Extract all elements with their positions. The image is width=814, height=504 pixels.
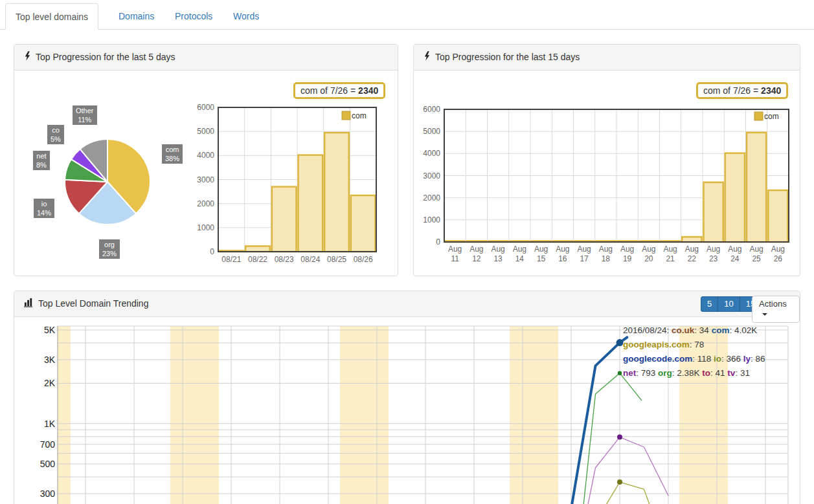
svg-text:11: 11 xyxy=(451,254,459,263)
svg-text:14: 14 xyxy=(515,254,525,263)
bar[interactable] xyxy=(324,133,349,252)
bar[interactable] xyxy=(768,190,787,242)
svg-text:Aug: Aug xyxy=(577,245,591,254)
trend-tooltip-line: googlecode.com: 118 io: 366 ly: 86 xyxy=(623,352,765,366)
trending-title: Top Level Domain Trending xyxy=(38,298,148,309)
trend-tooltip-line: 2016/08/24: co.uk: 34 com: 4.02K xyxy=(623,323,765,338)
svg-text:13: 13 xyxy=(493,254,503,263)
svg-text:Aug: Aug xyxy=(620,245,634,254)
bar[interactable] xyxy=(725,153,745,242)
bar[interactable] xyxy=(299,155,323,252)
svg-text:6000: 6000 xyxy=(423,105,440,114)
svg-text:Aug: Aug xyxy=(685,245,699,254)
svg-text:25: 25 xyxy=(752,254,761,263)
panel-15-header: Top Progression for the last 15 days xyxy=(414,45,800,71)
svg-text:21: 21 xyxy=(666,254,675,263)
svg-text:Aug: Aug xyxy=(534,245,548,254)
bolt-icon xyxy=(424,51,431,63)
svg-text:Aug: Aug xyxy=(642,245,655,254)
svg-text:24: 24 xyxy=(730,254,740,263)
svg-text:19: 19 xyxy=(623,254,632,263)
svg-text:Aug: Aug xyxy=(448,245,462,254)
svg-text:Aug: Aug xyxy=(491,245,504,254)
trend-line-io[interactable] xyxy=(606,482,650,504)
pie-label-org: org23% xyxy=(99,239,120,259)
svg-text:300: 300 xyxy=(40,488,56,499)
pie-label-com: com38% xyxy=(162,144,183,164)
pie-label-co: co5% xyxy=(47,125,64,144)
svg-text:08/26: 08/26 xyxy=(354,255,373,264)
svg-text:26: 26 xyxy=(774,254,783,263)
pie-label-io: io14% xyxy=(34,199,54,218)
svg-text:0: 0 xyxy=(436,237,440,247)
chart-tooltip-5day: com of 7/26 = 2340 xyxy=(293,82,385,99)
svg-text:23: 23 xyxy=(709,254,718,263)
svg-text:16: 16 xyxy=(558,254,567,263)
trend-dot-org xyxy=(618,371,622,375)
bar-chart-icon xyxy=(24,298,34,309)
bar[interactable] xyxy=(245,246,270,252)
range-button-10[interactable]: 10 xyxy=(718,296,740,312)
pie-label-net: net8% xyxy=(33,151,50,170)
caret-down-icon xyxy=(762,313,767,316)
tab-words[interactable]: Words xyxy=(223,3,269,30)
svg-text:Aug: Aug xyxy=(556,245,569,254)
svg-text:20: 20 xyxy=(644,254,653,263)
tab-protocols[interactable]: Protocols xyxy=(165,3,222,30)
bar[interactable] xyxy=(272,187,297,252)
trend-dot-io xyxy=(617,479,622,485)
panel-5-header: Top Progression for the last 5 days xyxy=(14,45,398,71)
svg-text:17: 17 xyxy=(580,254,589,263)
svg-text:Aug: Aug xyxy=(707,245,720,254)
svg-text:22: 22 xyxy=(688,254,697,263)
svg-text:5000: 5000 xyxy=(197,127,214,136)
bar-chart-15day[interactable]: 0100020003000400050006000Aug11Aug12Aug13… xyxy=(422,101,804,272)
svg-text:12: 12 xyxy=(472,254,481,263)
trend-tooltip-line: googleapis.com: 78 xyxy=(623,338,765,352)
svg-text:08/24: 08/24 xyxy=(300,255,320,264)
svg-text:3K: 3K xyxy=(44,355,56,365)
svg-text:500: 500 xyxy=(40,459,56,469)
bar[interactable] xyxy=(351,195,376,252)
svg-text:15: 15 xyxy=(537,254,546,263)
svg-text:08/23: 08/23 xyxy=(275,255,294,264)
svg-text:2000: 2000 xyxy=(197,199,214,208)
pie-label-other: Other11% xyxy=(73,105,97,125)
svg-text:1000: 1000 xyxy=(197,223,214,232)
bolt-icon xyxy=(24,51,31,63)
svg-text:700: 700 xyxy=(40,439,56,450)
tld-pie-chart[interactable] xyxy=(52,127,166,240)
svg-text:5000: 5000 xyxy=(423,127,440,136)
svg-text:4000: 4000 xyxy=(197,151,214,160)
svg-text:2000: 2000 xyxy=(423,193,440,203)
tab-domains[interactable]: Domains xyxy=(109,3,164,30)
trend-hover-tooltip: 2016/08/24: co.uk: 34 com: 4.02Kgoogleap… xyxy=(623,323,765,380)
svg-text:Aug: Aug xyxy=(599,245,613,254)
svg-text:1K: 1K xyxy=(44,419,56,429)
svg-text:1000: 1000 xyxy=(423,215,440,225)
svg-text:3000: 3000 xyxy=(423,171,440,181)
svg-text:08/25: 08/25 xyxy=(327,255,346,264)
bar-chart-5day[interactable]: 010002000300040005000600008/2108/2208/23… xyxy=(195,101,389,269)
panel-tld-trending: Top Level Domain Trending 5 10 15 Action… xyxy=(14,290,800,504)
svg-text:Aug: Aug xyxy=(749,245,763,254)
svg-text:08/21: 08/21 xyxy=(221,255,241,264)
bar[interactable] xyxy=(682,237,701,242)
tab-top-level-domains[interactable]: Top level domains xyxy=(5,3,98,30)
svg-text:com: com xyxy=(352,111,367,120)
bar[interactable] xyxy=(704,182,723,242)
svg-text:6000: 6000 xyxy=(197,103,214,112)
svg-text:Aug: Aug xyxy=(513,245,526,254)
svg-text:com: com xyxy=(764,112,779,121)
panel-15-title: Top Progression for the last 15 days xyxy=(435,52,580,62)
range-button-5[interactable]: 5 xyxy=(701,296,718,312)
dashboard: Top level domains Domains Protocols Word… xyxy=(0,0,814,504)
panel-5-title: Top Progression for the last 5 days xyxy=(36,52,175,62)
bar[interactable] xyxy=(747,133,766,242)
trending-header: Top Level Domain Trending 5 10 15 Action… xyxy=(14,291,800,317)
svg-text:2K: 2K xyxy=(44,378,56,388)
panel-top-progression-15-days: Top Progression for the last 15 days com… xyxy=(413,44,800,276)
svg-text:18: 18 xyxy=(602,254,611,263)
trend-line-com[interactable] xyxy=(572,337,627,504)
svg-text:5K: 5K xyxy=(44,325,56,335)
